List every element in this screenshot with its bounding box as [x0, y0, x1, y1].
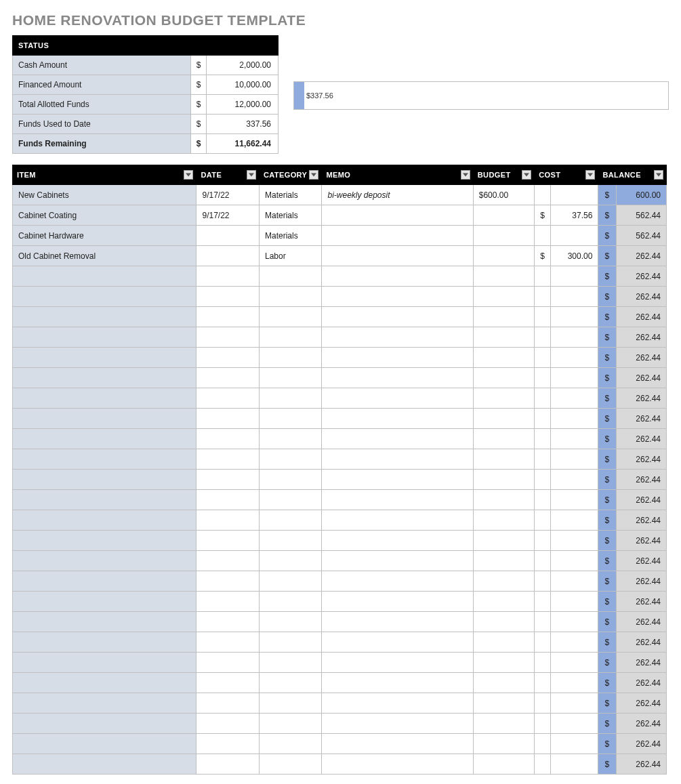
- filter-dropdown-icon[interactable]: [247, 170, 256, 180]
- cell-item[interactable]: Old Cabinet Removal: [13, 246, 197, 266]
- cell-cost[interactable]: [551, 673, 598, 693]
- cell-cost[interactable]: [551, 368, 598, 388]
- cell-budget[interactable]: [473, 592, 534, 612]
- cell-category[interactable]: [259, 449, 322, 470]
- cell-item[interactable]: [13, 327, 197, 348]
- cell-memo[interactable]: [322, 348, 473, 368]
- cell-category[interactable]: [259, 287, 322, 307]
- cell-budget[interactable]: [473, 348, 534, 368]
- cell-cost[interactable]: [551, 693, 598, 714]
- cell-item[interactable]: [13, 287, 197, 307]
- cell-category[interactable]: [259, 531, 322, 551]
- cell-category[interactable]: [259, 612, 322, 632]
- status-value[interactable]: 2,000.00: [207, 56, 278, 75]
- cell-date[interactable]: [197, 246, 260, 266]
- cell-date[interactable]: [197, 470, 260, 490]
- cell-memo[interactable]: [322, 734, 473, 754]
- cell-item[interactable]: [13, 449, 197, 470]
- cell-category[interactable]: [259, 470, 322, 490]
- cell-item[interactable]: [13, 429, 197, 449]
- status-value[interactable]: 10,000.00: [207, 75, 278, 95]
- filter-dropdown-icon[interactable]: [184, 170, 193, 180]
- filter-dropdown-icon[interactable]: [309, 170, 318, 180]
- cell-date[interactable]: [197, 714, 260, 734]
- cell-date[interactable]: [197, 693, 260, 714]
- cell-cost[interactable]: [551, 287, 598, 307]
- status-label[interactable]: Funds Used to Date: [13, 115, 191, 134]
- cell-category[interactable]: [259, 429, 322, 449]
- cell-item[interactable]: [13, 592, 197, 612]
- cell-item[interactable]: [13, 693, 197, 714]
- cell-memo[interactable]: [322, 327, 473, 348]
- cell-cost[interactable]: [551, 612, 598, 632]
- cell-item[interactable]: [13, 754, 197, 775]
- cell-category[interactable]: [259, 653, 322, 673]
- column-header-date[interactable]: DATE: [197, 165, 260, 185]
- column-header-item[interactable]: ITEM: [13, 165, 197, 185]
- cell-cost[interactable]: [551, 734, 598, 754]
- cell-cost[interactable]: 37.56: [551, 205, 598, 226]
- filter-dropdown-icon[interactable]: [585, 170, 595, 180]
- cell-cost[interactable]: [551, 754, 598, 775]
- cell-memo[interactable]: [322, 246, 473, 266]
- cell-category[interactable]: Materials: [259, 205, 322, 226]
- cell-date[interactable]: [197, 734, 260, 754]
- cell-memo[interactable]: [322, 632, 473, 653]
- cell-budget[interactable]: [473, 205, 534, 226]
- cell-memo[interactable]: bi-weekly deposit: [322, 185, 473, 205]
- cell-category[interactable]: [259, 368, 322, 388]
- cell-cost[interactable]: [551, 470, 598, 490]
- cell-item[interactable]: New Cabinets: [13, 185, 197, 205]
- cell-budget[interactable]: [473, 368, 534, 388]
- cell-budget[interactable]: [473, 246, 534, 266]
- cell-date[interactable]: [197, 266, 260, 287]
- cell-item[interactable]: [13, 673, 197, 693]
- cell-item[interactable]: [13, 409, 197, 429]
- cell-date[interactable]: [197, 490, 260, 510]
- cell-item[interactable]: [13, 307, 197, 327]
- cell-date[interactable]: [197, 409, 260, 429]
- cell-budget[interactable]: [473, 693, 534, 714]
- cell-category[interactable]: [259, 307, 322, 327]
- cell-memo[interactable]: [322, 714, 473, 734]
- cell-item[interactable]: Cabinet Hardware: [13, 226, 197, 246]
- cell-date[interactable]: [197, 429, 260, 449]
- cell-budget[interactable]: [473, 714, 534, 734]
- cell-budget[interactable]: [473, 510, 534, 531]
- cell-item[interactable]: [13, 551, 197, 571]
- cell-budget[interactable]: [473, 673, 534, 693]
- cell-budget[interactable]: [473, 287, 534, 307]
- cell-category[interactable]: [259, 348, 322, 368]
- cell-date[interactable]: [197, 226, 260, 246]
- cell-date[interactable]: [197, 327, 260, 348]
- cell-date[interactable]: 9/17/22: [197, 185, 260, 205]
- filter-dropdown-icon[interactable]: [654, 170, 663, 180]
- cell-date[interactable]: [197, 673, 260, 693]
- cell-date[interactable]: [197, 348, 260, 368]
- cell-budget[interactable]: [473, 388, 534, 409]
- cell-memo[interactable]: [322, 531, 473, 551]
- cell-budget[interactable]: [473, 307, 534, 327]
- cell-item[interactable]: [13, 368, 197, 388]
- cell-date[interactable]: [197, 754, 260, 775]
- cell-item[interactable]: Cabinet Coating: [13, 205, 197, 226]
- cell-item[interactable]: [13, 510, 197, 531]
- cell-date[interactable]: [197, 449, 260, 470]
- cell-cost[interactable]: [551, 653, 598, 673]
- cell-category[interactable]: [259, 592, 322, 612]
- cell-cost[interactable]: [551, 429, 598, 449]
- cell-cost[interactable]: [551, 714, 598, 734]
- cell-category[interactable]: [259, 571, 322, 592]
- cell-category[interactable]: [259, 388, 322, 409]
- cell-item[interactable]: [13, 266, 197, 287]
- cell-budget[interactable]: [473, 571, 534, 592]
- cell-memo[interactable]: [322, 490, 473, 510]
- cell-category[interactable]: [259, 632, 322, 653]
- cell-memo[interactable]: [322, 226, 473, 246]
- cell-memo[interactable]: [322, 754, 473, 775]
- cell-date[interactable]: [197, 571, 260, 592]
- column-header-memo[interactable]: MEMO: [322, 165, 473, 185]
- cell-category[interactable]: [259, 754, 322, 775]
- cell-cost[interactable]: [551, 185, 598, 205]
- cell-cost[interactable]: [551, 226, 598, 246]
